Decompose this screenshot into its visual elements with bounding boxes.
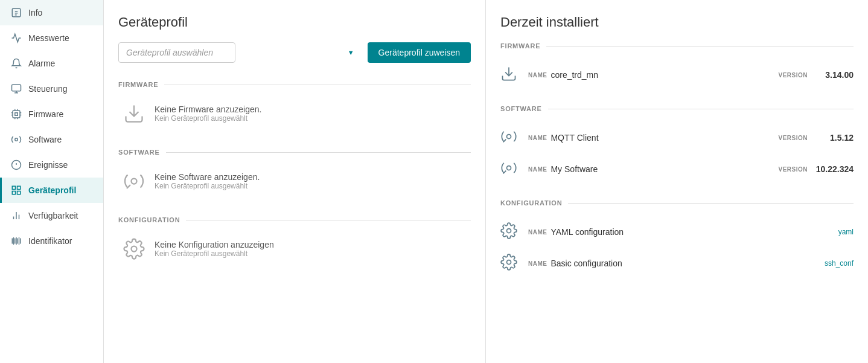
sidebar-item-label: Alarme [28,59,55,68]
sidebar-item-label: Firmware [28,109,63,119]
sidebar-item-geraeteprofil[interactable]: Geräteprofil [0,178,103,203]
konfiguration-empty-main: Keine Konfiguration anzuzeigen [155,240,274,249]
right-software-header: SOFTWARE [500,105,854,112]
control-icon [10,83,22,95]
konfiguration-empty-text: Keine Konfiguration anzuzeigen Kein Gerä… [155,240,274,258]
left-firmware-section: FIRMWARE Keine Firmware anzuzeigen. Kein… [118,81,471,134]
events-icon [10,159,22,171]
table-row: NAME core_trd_mn VERSION 3.14.00 [500,59,854,91]
left-software-label: SOFTWARE [118,149,160,156]
left-firmware-header: FIRMWARE [118,81,471,88]
svg-rect-21 [12,186,15,189]
svg-rect-4 [12,85,21,91]
svg-point-45 [507,260,511,265]
software-empty-text: Keine Software anzuzeigen. Kein Gerätepr… [155,172,260,190]
konfiguration-tag-1: yaml [838,228,854,236]
konfiguration-empty-icon [123,238,145,260]
firmware-empty-item: Keine Firmware anzuzeigen. Kein Gerätepr… [118,98,471,134]
main-content: Geräteprofil Geräteprofil auswählen Gerä… [104,0,868,363]
software-empty-sub: Kein Geräteprofil ausgewählt [155,182,260,190]
konfiguration-installed-icon-2 [500,254,520,273]
table-row: NAME MQTT Client VERSION 1.5.12 [500,122,854,153]
section-divider [186,220,471,220]
left-software-header: SOFTWARE [118,149,471,156]
left-konfiguration-header: KONFIGURATION [118,216,471,223]
sidebar-item-label: Info [28,8,42,18]
svg-rect-7 [13,111,20,118]
sidebar-item-label: Steuerung [28,84,68,94]
firmware-empty-main: Keine Firmware anzuzeigen. [155,104,261,114]
assign-button[interactable]: Geräteprofil zuweisen [368,42,471,63]
right-firmware-label: FIRMWARE [500,42,540,50]
sidebar-item-label: Verfügbarkeit [28,211,78,220]
sidebar-item-label: Software [28,135,62,144]
sidebar-item-alarme[interactable]: Alarme [0,51,103,76]
sidebar-item-software[interactable]: Software [0,127,103,152]
software-empty-icon [123,170,145,192]
sidebar-item-steuerung[interactable]: Steuerung [0,76,103,101]
svg-rect-22 [18,186,21,189]
sidebar-item-info[interactable]: Info [0,0,103,25]
right-firmware-section: FIRMWARE NAME core_trd_mn VERSION 3.14.0… [500,42,854,91]
profile-select[interactable]: Geräteprofil auswählen [118,42,235,63]
firmware-empty-icon [123,103,145,124]
right-panel-title: Derzeit installiert [500,14,854,30]
assign-row: Geräteprofil auswählen Geräteprofil zuwe… [118,42,471,63]
right-konfiguration-label: KONFIGURATION [500,199,562,207]
chart-line-icon [10,32,22,44]
sidebar-item-label: Messwerte [28,33,69,43]
svg-rect-23 [18,191,21,194]
sidebar-item-ereignisse[interactable]: Ereignisse [0,152,103,178]
table-row: NAME YAML configuration yaml [500,216,854,248]
svg-point-36 [132,179,137,184]
identifier-icon [10,235,22,247]
software-installed-icon-2 [500,159,520,179]
left-panel: Geräteprofil Geräteprofil auswählen Gerä… [104,0,486,363]
section-divider [546,46,854,47]
left-konfiguration-section: KONFIGURATION Keine Konfiguration anzuze… [118,216,471,269]
sidebar-item-firmware[interactable]: Firmware [0,101,103,127]
sidebar-item-verfuegbarkeit[interactable]: Verfügbarkeit [0,203,103,228]
svg-rect-8 [15,113,18,116]
sidebar: Info Messwerte Alarme Steuerung Firmware… [0,0,104,363]
svg-point-17 [15,138,18,141]
sidebar-item-messwerte[interactable]: Messwerte [0,25,103,51]
section-divider [166,152,471,153]
right-konfiguration-header: KONFIGURATION [500,199,854,207]
konfiguration-item2-info: NAME Basic configuration ssh_conf [528,259,854,268]
right-software-label: SOFTWARE [500,105,542,112]
left-firmware-label: FIRMWARE [118,81,158,88]
section-divider [568,203,854,204]
right-firmware-header: FIRMWARE [500,42,854,50]
info-icon [10,7,22,19]
software-icon [10,133,22,146]
profile-select-wrapper: Geräteprofil auswählen [118,42,360,63]
firmware-empty-text: Keine Firmware anzuzeigen. Kein Gerätepr… [155,104,261,123]
availability-icon [10,210,22,222]
svg-point-38 [132,246,137,252]
sidebar-item-label: Identifikator [28,236,72,246]
svg-rect-24 [12,191,15,194]
firmware-empty-sub: Kein Geräteprofil ausgewählt [155,114,261,123]
konfiguration-tag-2: ssh_conf [825,259,854,268]
software-empty-item: Keine Software anzuzeigen. Kein Gerätepr… [118,165,471,202]
device-profile-icon [10,184,22,196]
software-item1-info: NAME MQTT Client VERSION 1.5.12 [528,133,854,143]
table-row: NAME Basic configuration ssh_conf [500,248,854,279]
software-empty-main: Keine Software anzuzeigen. [155,172,260,182]
konfiguration-empty-sub: Kein Geräteprofil ausgewählt [155,249,274,258]
svg-point-42 [507,166,511,170]
section-divider [548,109,854,109]
firmware-icon [10,108,22,120]
right-konfiguration-section: KONFIGURATION NAME YAML configuration ya… [500,199,854,279]
left-konfiguration-label: KONFIGURATION [118,216,180,223]
sidebar-item-label: Geräteprofil [28,185,76,195]
firmware-item-info: NAME core_trd_mn VERSION 3.14.00 [528,70,854,80]
software-item2-info: NAME My Software VERSION 10.22.324 [528,164,854,174]
bell-icon [10,57,22,69]
sidebar-item-identifikator[interactable]: Identifikator [0,228,103,254]
konfiguration-installed-icon-1 [500,222,520,242]
svg-point-44 [507,229,511,233]
left-software-section: SOFTWARE Keine Software anzuzeigen. Kein… [118,149,471,202]
software-installed-icon [500,128,520,147]
